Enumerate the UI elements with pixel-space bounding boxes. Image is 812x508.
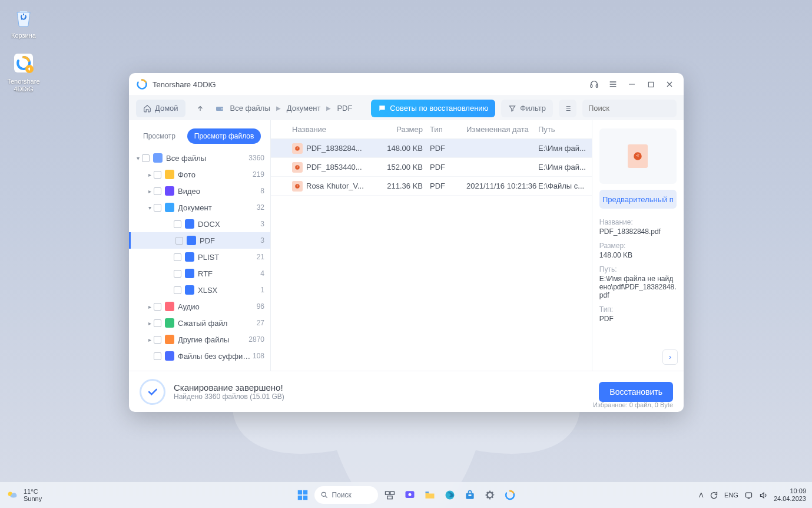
tree-checkbox[interactable] — [174, 220, 181, 228]
scan-status-title: Сканирование завершено! — [174, 382, 284, 392]
file-size: 152.00 KB — [380, 163, 430, 171]
svg-rect-19 — [387, 496, 392, 499]
pdf-icon — [292, 162, 303, 173]
folder-icon — [185, 219, 194, 229]
close-button[interactable] — [660, 75, 679, 94]
folder-icon — [187, 236, 196, 245]
preview-button[interactable]: Предварительный п — [599, 190, 677, 209]
tree-checkbox[interactable] — [142, 154, 150, 162]
taskbar-weather[interactable]: 11°CSunny — [6, 488, 42, 502]
tree-count: 21 — [257, 253, 264, 261]
tree-label: Сжатый файл — [178, 319, 257, 328]
explorer-icon[interactable] — [422, 487, 438, 503]
tree-checkbox[interactable] — [174, 286, 181, 294]
filter-button[interactable]: Фильтр — [501, 100, 553, 117]
headset-icon[interactable] — [585, 75, 604, 94]
tree-count: 4 — [260, 269, 264, 278]
recovery-tips-button[interactable]: Советы по восстановлению — [371, 100, 495, 117]
svg-rect-24 — [466, 493, 473, 499]
taskview-icon[interactable] — [382, 487, 398, 503]
detail-type-label: Тип: — [599, 305, 677, 314]
edge-icon[interactable] — [442, 487, 458, 503]
volume-icon[interactable] — [759, 491, 768, 500]
tree-node[interactable]: ▸Видео8 — [129, 183, 270, 199]
caret-icon: ▸ — [145, 337, 154, 343]
network-icon[interactable] — [744, 491, 753, 500]
svg-rect-22 — [425, 491, 429, 493]
taskbar-app-icon[interactable] — [502, 487, 518, 503]
file-type: PDF — [430, 144, 466, 153]
panel-next-button[interactable]: › — [662, 349, 678, 365]
search-input[interactable] — [588, 104, 684, 113]
scan-complete-icon — [140, 379, 165, 405]
folder-icon — [165, 318, 174, 328]
tree-node[interactable]: DOCX3 — [129, 216, 270, 232]
table-row[interactable]: Rosa Khutor_V...211.36 KBPDF2021/11/16 1… — [271, 177, 592, 196]
tray-clock[interactable]: 10:0924.04.2023 — [774, 487, 806, 503]
pdf-icon — [292, 143, 303, 154]
tree-checkbox[interactable] — [154, 171, 161, 179]
tree-checkbox[interactable] — [175, 237, 183, 245]
minimize-button[interactable] — [622, 75, 641, 94]
tree-node[interactable]: ▸Аудио96 — [129, 298, 270, 315]
svg-rect-13 — [303, 490, 307, 494]
tree-node[interactable]: ▸Фото219 — [129, 166, 270, 183]
tree-node[interactable]: PDF3 — [129, 232, 270, 249]
tree-label: DOCX — [198, 220, 260, 229]
chat-icon[interactable] — [402, 487, 418, 503]
desktop-icon-recycle-bin[interactable]: Корзина — [2, 5, 45, 39]
tree-checkbox[interactable] — [174, 270, 181, 278]
tab-preview[interactable]: Просмотр — [136, 128, 183, 144]
tree-checkbox[interactable] — [154, 352, 161, 360]
tree-node[interactable]: ▾Все файлы3360 — [129, 150, 270, 166]
tray-chevron-icon[interactable]: ᐱ — [699, 491, 704, 499]
search-box[interactable] — [582, 100, 677, 117]
svg-point-21 — [408, 493, 411, 496]
up-button[interactable] — [191, 100, 209, 117]
breadcrumb: Все файлы▶ Документ▶ PDF — [215, 104, 366, 113]
tree-checkbox[interactable] — [154, 303, 161, 311]
taskbar-search[interactable]: Поиск — [314, 486, 378, 504]
view-toggle-button[interactable] — [559, 100, 576, 117]
folder-icon — [165, 302, 174, 311]
maximize-button[interactable] — [641, 75, 660, 94]
tree-count: 2870 — [248, 335, 264, 344]
caret-icon: ▸ — [145, 188, 154, 194]
desktop-icon-app[interactable]: Tenorshare 4DDiG — [2, 51, 45, 93]
caret-icon: ▸ — [145, 171, 154, 178]
breadcrumb-item[interactable]: PDF — [337, 104, 352, 113]
svg-rect-14 — [297, 496, 301, 500]
search-icon — [320, 491, 329, 499]
breadcrumb-item[interactable]: Все файлы — [230, 104, 270, 113]
tree-checkbox[interactable] — [154, 319, 161, 327]
start-button[interactable] — [294, 487, 311, 503]
tree-node[interactable]: ▸Сжатый файл27 — [129, 315, 270, 331]
tree-checkbox[interactable] — [174, 253, 181, 261]
tree-node[interactable]: ▸Другие файлы2870 — [129, 331, 270, 348]
recover-button[interactable]: Восстановить — [599, 382, 673, 402]
sync-icon[interactable] — [710, 491, 718, 500]
tree-label: Файлы без суффикса — [178, 352, 253, 361]
tree-node[interactable]: PLIST21 — [129, 249, 270, 265]
table-row[interactable]: PDF_1853440...152.00 KBPDFE:\Имя фай... — [271, 158, 592, 177]
file-size: 148.00 KB — [380, 144, 430, 153]
home-button[interactable]: Домой — [136, 100, 185, 117]
tree-checkbox[interactable] — [154, 336, 161, 344]
tree-node[interactable]: XLSX1 — [129, 282, 270, 298]
selected-info: Избранное: 0 файл, 0 Byte — [593, 401, 673, 408]
tree-checkbox[interactable] — [154, 204, 161, 212]
tab-files[interactable]: Просмотр файлов — [187, 128, 261, 144]
sidebar: Просмотр Просмотр файлов ▾Все файлы3360▸… — [129, 120, 271, 371]
tree-node[interactable]: RTF4 — [129, 265, 270, 282]
breadcrumb-item[interactable]: Документ — [287, 104, 321, 113]
store-icon[interactable] — [462, 487, 478, 503]
menu-icon[interactable] — [604, 75, 622, 94]
tree-node[interactable]: ▾Документ32 — [129, 199, 270, 216]
tray-language[interactable]: ENG — [724, 491, 738, 499]
file-path: E:\Имя фай... — [538, 163, 592, 171]
table-row[interactable]: PDF_1838284...148.00 KBPDFE:\Имя фай... — [271, 139, 592, 158]
tree-node[interactable]: Файлы без суффикса108 — [129, 348, 270, 364]
tree-checkbox[interactable] — [154, 187, 161, 195]
detail-name-label: Название: — [599, 218, 677, 226]
settings-icon[interactable] — [482, 487, 498, 503]
